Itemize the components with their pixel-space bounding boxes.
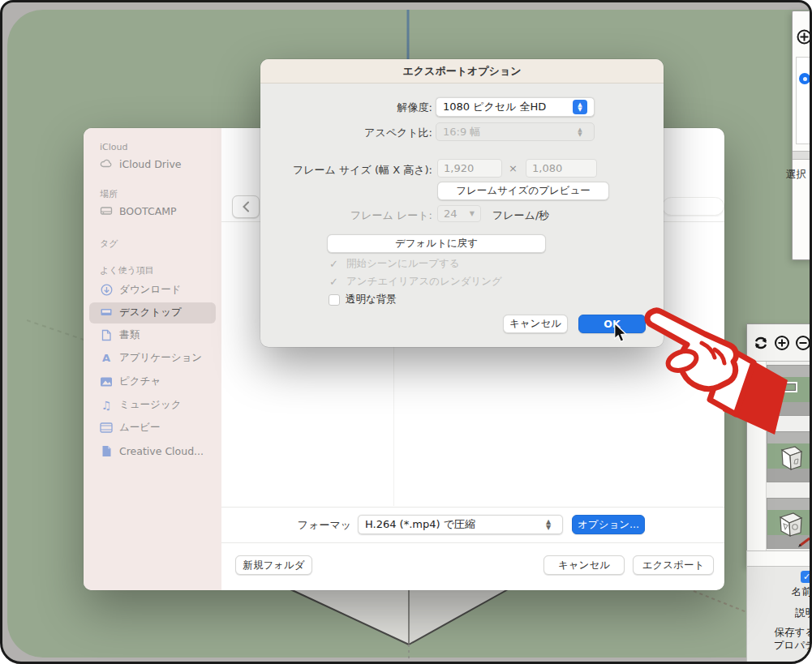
sidebar-item-label: デスクトップ	[119, 306, 182, 319]
selection-label: 選択	[786, 168, 812, 182]
cloud-icon	[100, 157, 113, 170]
checkbox-checked-disabled-icon: ✓	[329, 259, 341, 270]
sidebar-item-music[interactable]: ♫ ミュージック	[100, 398, 181, 412]
aspect-ratio-dropdown: 16:9 幅 ▲▼	[436, 122, 595, 141]
save-cancel-button[interactable]: キャンセル	[543, 555, 625, 575]
loop-scene-checkbox-row: ✓ 開始シーンにループする	[329, 257, 460, 271]
chevron-left-icon	[242, 201, 250, 212]
sidebar-item-documents[interactable]: 書類	[100, 328, 140, 342]
checkbox-unchecked-icon[interactable]	[329, 294, 340, 306]
sidebar-item-label: 書類	[119, 328, 140, 342]
save-dialog-sidebar: iCloud iCloud Drive 場所 BOOTCAMP タグ よく使う項…	[84, 128, 221, 590]
sidebar-item-label: ムービー	[119, 421, 161, 435]
pointing-hand-illustration	[643, 301, 789, 435]
times-sign: ×	[509, 162, 518, 174]
desktop-icon	[100, 306, 113, 319]
resolution-dropdown[interactable]: 1080 ピクセル 全HD ▲▼	[436, 97, 595, 117]
sidebar-item-label: アプリケーション	[119, 351, 202, 365]
scene-thumbnail-2[interactable]	[767, 431, 812, 482]
scene-details-panel: ✓ 名前: 説明 保存する プロパティ	[746, 567, 812, 664]
scene-thumbnail-3[interactable]	[767, 498, 812, 549]
frame-rate-label: フレーム レート:	[325, 208, 432, 223]
sidebar-item-label: ピクチャ	[119, 375, 161, 388]
download-icon	[100, 284, 113, 297]
top-right-panel: 選択	[792, 11, 812, 260]
sidebar-item-downloads[interactable]: ダウンロード	[100, 283, 181, 297]
dropdown-chevrons-icon: ▲▼	[541, 517, 556, 532]
mouse-cursor-icon	[613, 323, 628, 343]
export-button[interactable]: エクスポート	[633, 555, 714, 575]
add-circle-icon[interactable]	[797, 29, 812, 45]
new-folder-button[interactable]: 新規フォルダ	[235, 555, 312, 575]
frame-height-field: 1,080	[526, 159, 597, 178]
dialog-ok-button[interactable]: OK	[578, 315, 646, 333]
blue-axis-line	[403, 10, 413, 60]
sidebar-header-locations: 場所	[100, 188, 118, 200]
pencil-cursor-icon	[798, 536, 812, 547]
frame-rate-dropdown: 24 ▼	[437, 205, 481, 222]
format-dropdown[interactable]: H.264 (*.mp4) で圧縮 ▲▼	[358, 515, 563, 534]
sidebar-item-label: ダウンロード	[119, 283, 181, 297]
frame-size-preview-button[interactable]: フレームサイズのプレビュー	[437, 182, 609, 200]
sidebar-header-tags: タグ	[100, 238, 118, 250]
sidebar-item-label: BOOTCAMP	[119, 205, 177, 217]
frame-size-label: フレーム サイズ (幅 X 高さ):	[269, 163, 432, 178]
file-icon	[100, 444, 113, 457]
format-divider-bottom	[221, 542, 724, 543]
sidebar-header-favorites: よく使う項目	[100, 264, 154, 276]
sidebar-item-desktop[interactable]: デスクトップ	[100, 306, 182, 319]
chevron-down-icon: ▼	[470, 210, 475, 217]
radio-selected-icon[interactable]	[799, 73, 810, 84]
search-input[interactable]	[662, 197, 724, 216]
format-label: フォーマッ	[286, 518, 351, 533]
model-roof-geometry[interactable]	[282, 585, 526, 664]
scenes-panel-footer	[746, 550, 812, 567]
panel-divider-band	[793, 151, 812, 160]
stepper-chevrons-icon: ▲▼	[573, 100, 587, 114]
sidebar-item-applications[interactable]: A アプリケーション	[100, 351, 202, 365]
sidebar-item-label: iCloud Drive	[119, 158, 181, 170]
document-icon	[100, 329, 113, 342]
sidebar-item-label: Creative Cloud...	[119, 445, 204, 457]
description-label: 説明	[776, 606, 812, 620]
export-options-dialog: エクスポートオプション 解像度: 1080 ピクセル 全HD ▲▼ アスペクト比…	[260, 59, 664, 347]
drive-icon	[100, 204, 113, 217]
options-button[interactable]: オプション...	[572, 515, 645, 534]
dialog-title: エクスポートオプション	[260, 59, 664, 84]
sidebar-item-pictures[interactable]: ピクチャ	[100, 375, 161, 388]
antialias-checkbox-row: ✓ アンチエイリアスのレンダリング	[329, 275, 502, 289]
applications-icon: A	[100, 352, 113, 365]
music-icon: ♫	[100, 399, 113, 412]
inset-list-box	[796, 57, 812, 144]
movies-icon	[100, 422, 113, 435]
save-properties-label-1: 保存する	[768, 626, 812, 640]
sidebar-item-icloud-drive[interactable]: iCloud Drive	[100, 157, 181, 170]
aspect-ratio-label: アスペクト比:	[333, 126, 432, 140]
reset-defaults-button[interactable]: デフォルトに戻す	[327, 234, 546, 253]
include-checkbox[interactable]: ✓	[801, 571, 812, 583]
stepper-chevrons-gray-icon: ▲▼	[573, 125, 587, 139]
frame-width-field: 1,920	[437, 159, 502, 178]
dialog-cancel-button[interactable]: キャンセル	[503, 315, 568, 333]
screenshot-frame: 選択	[0, 0, 812, 664]
sidebar-item-label: ミュージック	[119, 398, 181, 412]
sidebar-item-bootcamp[interactable]: BOOTCAMP	[100, 204, 177, 217]
resolution-label: 解像度:	[350, 101, 432, 115]
remove-scene-icon[interactable]	[794, 334, 812, 352]
transparent-bg-checkbox-row[interactable]: 透明な背景	[329, 293, 397, 306]
pictures-icon	[100, 375, 113, 388]
sidebar-header-icloud: iCloud	[100, 142, 127, 152]
back-button[interactable]	[232, 195, 260, 218]
checkbox-checked-disabled-icon: ✓	[329, 276, 341, 288]
frame-rate-unit: フレーム/秒	[492, 208, 549, 223]
sidebar-item-movies[interactable]: ムービー	[100, 421, 161, 435]
save-properties-label-2: プロパティ	[768, 639, 812, 664]
name-label: 名前:	[776, 585, 812, 599]
format-divider-top	[221, 507, 724, 508]
sidebar-item-creative-cloud[interactable]: Creative Cloud...	[100, 444, 204, 457]
